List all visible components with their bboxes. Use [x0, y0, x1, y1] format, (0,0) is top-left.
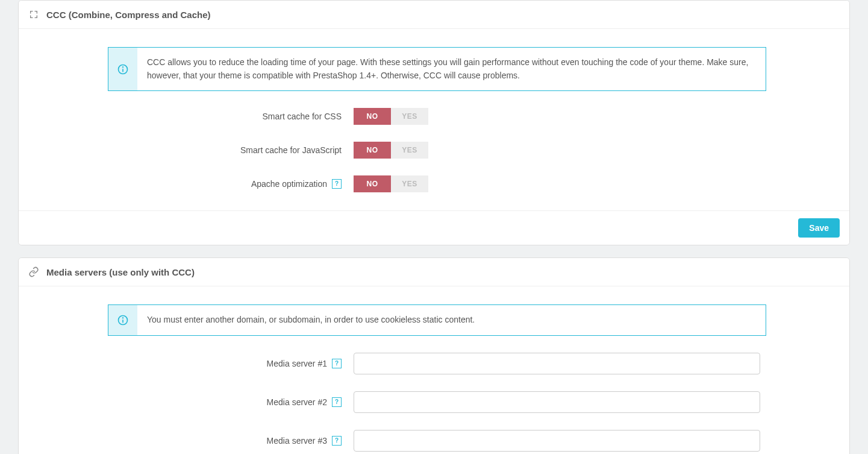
ccc-info-text: CCC allows you to reduce the loading tim… [137, 48, 766, 90]
smart-js-no[interactable]: NO [354, 142, 391, 159]
smart-js-label: Smart cache for JavaScript [23, 145, 349, 155]
help-icon[interactable]: ? [332, 397, 342, 407]
media-panel-body: You must enter another domain, or subdom… [19, 286, 849, 454]
media-info-alert: You must enter another domain, or subdom… [108, 304, 766, 336]
smart-js-toggle[interactable]: NO YES [354, 142, 428, 159]
smart-css-toggle[interactable]: NO YES [354, 108, 428, 125]
media-server-3-input[interactable] [354, 430, 760, 452]
media-server-1-label-text: Media server #1 [267, 359, 327, 368]
apache-label: Apache optimization ? [23, 179, 349, 189]
apache-row: Apache optimization ? NO YES [23, 175, 845, 192]
help-icon[interactable]: ? [332, 436, 342, 446]
svg-point-2 [123, 67, 123, 68]
media-panel: Media servers (use only with CCC) You mu… [18, 257, 850, 454]
media-server-1-row: Media server #1 ? [23, 353, 845, 374]
media-info-text: You must enter another domain, or subdom… [137, 305, 488, 335]
ccc-panel-footer: Save [19, 210, 849, 245]
media-server-2-label-text: Media server #2 [267, 397, 327, 407]
link-icon [28, 266, 39, 277]
media-server-3-label-text: Media server #3 [267, 436, 327, 446]
media-server-2-label: Media server #2 ? [23, 397, 349, 407]
smart-js-yes[interactable]: YES [391, 142, 428, 159]
apache-label-text: Apache optimization [251, 179, 327, 189]
smart-css-no[interactable]: NO [354, 108, 391, 125]
smart-js-row: Smart cache for JavaScript NO YES [23, 142, 845, 159]
apache-toggle[interactable]: NO YES [354, 175, 428, 192]
media-server-2-input[interactable] [354, 391, 760, 413]
smart-css-label-text: Smart cache for CSS [263, 112, 342, 121]
ccc-panel: CCC (Combine, Compress and Cache) CCC al… [18, 0, 850, 245]
ccc-title: CCC (Combine, Compress and Cache) [46, 10, 211, 20]
help-icon[interactable]: ? [332, 179, 342, 189]
apache-no[interactable]: NO [354, 175, 391, 192]
ccc-panel-heading: CCC (Combine, Compress and Cache) [19, 1, 849, 29]
info-icon [108, 305, 137, 335]
smart-js-label-text: Smart cache for JavaScript [240, 145, 342, 155]
smart-css-label: Smart cache for CSS [23, 112, 349, 121]
media-title: Media servers (use only with CCC) [46, 267, 195, 277]
media-server-3-label: Media server #3 ? [23, 436, 349, 446]
media-server-1-input[interactable] [354, 353, 760, 374]
help-icon[interactable]: ? [332, 359, 342, 368]
smart-css-yes[interactable]: YES [391, 108, 428, 125]
smart-css-row: Smart cache for CSS NO YES [23, 108, 845, 125]
svg-point-5 [123, 318, 123, 318]
ccc-info-alert: CCC allows you to reduce the loading tim… [108, 47, 766, 91]
media-server-2-row: Media server #2 ? [23, 391, 845, 413]
info-icon [108, 48, 137, 90]
apache-yes[interactable]: YES [391, 175, 428, 192]
ccc-panel-body: CCC allows you to reduce the loading tim… [19, 29, 849, 210]
fullscreen-icon [28, 9, 39, 20]
media-server-3-row: Media server #3 ? [23, 430, 845, 452]
save-button[interactable]: Save [798, 218, 840, 238]
media-panel-heading: Media servers (use only with CCC) [19, 258, 849, 286]
media-server-1-label: Media server #1 ? [23, 359, 349, 368]
